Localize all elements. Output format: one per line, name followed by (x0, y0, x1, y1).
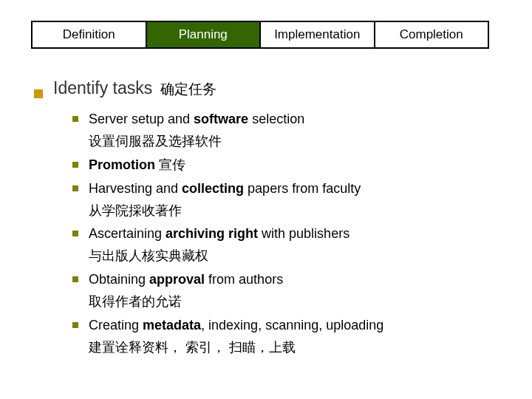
list-item: Ascertaining archiving right with publis… (72, 224, 505, 245)
square-bullet-icon (72, 322, 78, 328)
section-header: Identify tasks 确定任务 (34, 78, 505, 99)
list-item: Promotion 宣传 (72, 155, 505, 176)
list-item-text-zh: 取得作者的允诺 (89, 292, 505, 313)
list-item-text-zh: 建置诠释资料， 索引， 扫瞄，上载 (89, 338, 505, 358)
list-item-text: Promotion 宣传 (89, 155, 185, 176)
square-bullet-icon (72, 185, 78, 191)
list-item-text: Server setup and software selection (89, 109, 304, 130)
square-bullet-icon (72, 162, 78, 168)
tab-planning: Planning (147, 22, 262, 47)
tab-implementation: Implementation (261, 22, 375, 47)
list-item: Obtaining approval from authors (72, 270, 505, 290)
list-item-text-zh: 从学院採收著作 (89, 201, 505, 222)
square-bullet-icon (34, 89, 43, 98)
section-subtitle-zh: 确定任务 (160, 81, 216, 97)
list-item: Harvesting and collecting papers from fa… (72, 179, 505, 200)
square-bullet-icon (72, 231, 78, 236)
list-item-text-zh: 设置伺服器及选择软件 (89, 132, 505, 152)
list-item-text-zh: 与出版人核实典藏权 (89, 246, 505, 267)
list-item: Server setup and software selection (72, 109, 505, 130)
list-item: Creating metadata, indexing, scanning, u… (72, 316, 505, 336)
tab-definition: Definition (33, 22, 147, 47)
square-bullet-icon (72, 276, 78, 282)
square-bullet-icon (72, 116, 78, 122)
task-list: Server setup and software selection设置伺服器… (72, 109, 505, 358)
list-item-text: Creating metadata, indexing, scanning, u… (89, 316, 383, 336)
list-item-text: Ascertaining archiving right with publis… (89, 224, 349, 245)
list-item-text: Obtaining approval from authors (89, 270, 283, 290)
section-title: Identify tasks (53, 78, 152, 98)
tab-completion: Completion (375, 22, 488, 47)
list-item-text: Harvesting and collecting papers from fa… (89, 179, 361, 200)
phase-tabs: Definition Planning Implementation Compl… (31, 21, 489, 49)
